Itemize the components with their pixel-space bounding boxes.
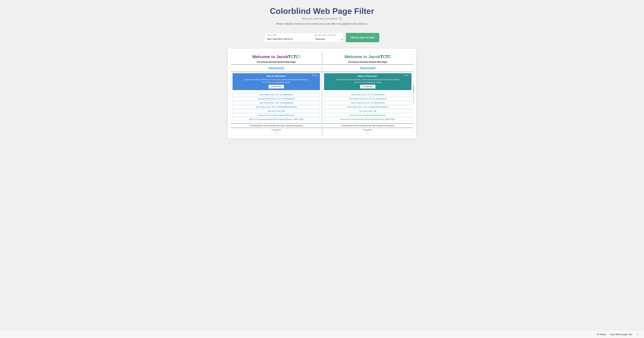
right-reactions-bar: 0 reactions + xyxy=(322,128,413,135)
copy-filtered-url-button[interactable]: Copy filtered page URL xyxy=(608,332,634,336)
expand-button[interactable]: ⤢ xyxy=(636,332,640,336)
left-link-7[interactable]: View my non-school oriented Github Page!… xyxy=(232,117,320,121)
status-indicator: Ready xyxy=(597,333,606,336)
right-link-5[interactable]: View Tetris (New Tab) xyxy=(324,109,412,113)
page-header: Colorblind Web Page Filter What are colo… xyxy=(267,0,377,33)
right-panel-subtitle: The School-Oriented Student Web Page! xyxy=(322,60,413,65)
right-title-ctc: C xyxy=(383,54,386,59)
right-close-btn[interactable]: Close × xyxy=(404,74,410,76)
left-link-6[interactable]: View one of my Outside Projects(OutSourc… xyxy=(232,113,320,117)
subtitle-row: What are color blind anomalies? ℹ xyxy=(270,17,374,20)
right-newswall: Newswall xyxy=(322,65,413,72)
left-link-3[interactable]: View Project [Tues. OCT 15 2024](NoExit) xyxy=(232,101,320,105)
left-title-welcome: Welcome to Jacob xyxy=(252,54,288,59)
right-link-6[interactable]: View one of my Outside Projects(OutSourc… xyxy=(324,113,412,117)
left-panel-title: Welcome to JacobTCTC! xyxy=(231,52,322,60)
left-contact-btn[interactable]: Contact Me! xyxy=(268,85,284,89)
preview-container: Welcome to JacobTCTC! The School-Oriente… xyxy=(228,49,416,139)
left-link-2[interactable]: View BorderShelf [Tues. OCT 15 2024](NoE… xyxy=(232,97,320,100)
left-title-ctc2: C xyxy=(296,54,299,59)
right-link-1[interactable]: View Project [Tues. OCT 22 2024](NoExit) xyxy=(324,93,412,96)
left-reactions-text: 0 reactions xyxy=(272,129,281,131)
right-link-4[interactable]: View Project [Tues. OCT 8 2024](LIMITED)… xyxy=(324,105,412,109)
left-panel: Welcome to JacobTCTC! The School-Oriente… xyxy=(231,52,322,136)
left-close-btn[interactable]: Close × xyxy=(312,74,318,76)
left-reactions-bar: 0 reactions + xyxy=(231,128,322,135)
subtitle-text: What are color blind anomalies? xyxy=(302,17,338,20)
description-text: Please indicate a resource to be viewed,… xyxy=(270,22,374,25)
left-link-1[interactable]: View Project [Tues. OCT 22 2024](NoExit) xyxy=(232,93,320,96)
left-note-body: Jacob is still setting up elements. Jaco… xyxy=(235,78,318,83)
url-input[interactable] xyxy=(265,37,312,42)
left-reactions-icon[interactable]: + xyxy=(275,132,278,134)
status-dot xyxy=(597,333,598,335)
fetch-button[interactable]: FETCH AND FILTER! xyxy=(346,33,379,42)
left-title-exclaim: ! xyxy=(299,54,300,59)
page-title: Colorblind Web Page Filter xyxy=(270,6,374,16)
right-link-2[interactable]: View BorderShelf [Tues. OCT 15 2024](NoE… xyxy=(324,97,412,100)
left-title-ctc: C xyxy=(290,54,294,59)
right-note-body: Jacob is still setting up elements. Jaco… xyxy=(326,78,409,83)
left-link-4[interactable]: View Project [Tues. OCT 8 2024](LIMITED)… xyxy=(232,105,320,109)
left-comments-bar: Comments [If an error occurred, the chat… xyxy=(231,123,322,128)
right-panel: Welcome to JacobTCTC The School-Oriented… xyxy=(322,52,413,136)
right-title-welcome: Welcome to Jacob xyxy=(344,54,380,59)
left-title-tc: T xyxy=(288,54,290,59)
right-contact-btn[interactable]: Contact Me! xyxy=(360,85,376,89)
bottom-bar: Ready Copy filtered page URL ⤢ xyxy=(0,330,644,338)
left-title-tc2: T xyxy=(294,54,296,59)
right-reactions-icon[interactable]: + xyxy=(366,132,369,134)
right-link-3[interactable]: View Project [Tues. OCT 15 2024](NoExit) xyxy=(324,101,412,105)
left-link-5[interactable]: View Tetris (New Tab) xyxy=(232,109,320,113)
url-label: Type a URL: xyxy=(265,33,312,37)
right-note-title: Note to Siteviewer: xyxy=(326,75,409,77)
left-newswall: Newswall xyxy=(231,65,322,72)
right-links-section: View Project [Tues. OCT 22 2024](NoExit)… xyxy=(322,91,413,122)
right-comments-bar: Comments [If an error occurred, the chat… xyxy=(322,123,413,128)
url-input-wrap: Type a URL: xyxy=(265,33,312,42)
filter-select-wrap: And then pick a color filter: Normal Vis… xyxy=(312,33,344,42)
right-reactions-text: 0 reactions xyxy=(363,129,372,131)
info-icon[interactable]: ℹ xyxy=(339,17,342,20)
filter-label: And then pick a color filter: xyxy=(312,33,344,37)
left-note-title: Note to Siteviewer: xyxy=(235,75,318,77)
right-note-box: Close × Note to Siteviewer: Jacob is sti… xyxy=(324,73,412,90)
right-title-tc: T xyxy=(380,54,383,59)
controls-row: Type a URL: And then pick a color filter… xyxy=(265,33,379,42)
filter-select[interactable]: Normal Vision Protanopia Deuteranopia Tr… xyxy=(312,37,344,42)
left-note-box: Close × Note to Siteviewer: Jacob is sti… xyxy=(232,73,320,90)
right-title-tc2: T xyxy=(386,54,388,59)
left-panel-subtitle: The School-Oriented Student Web Page! xyxy=(231,60,322,65)
left-links-section: View Project [Tues. OCT 22 2024](NoExit)… xyxy=(231,91,322,122)
right-link-7[interactable]: View my non-school oriented Github Page!… xyxy=(324,117,412,121)
status-label: Ready xyxy=(600,333,606,336)
right-title-ctc2: C xyxy=(388,54,391,59)
right-panel-title: Welcome to JacobTCTC xyxy=(322,52,413,60)
